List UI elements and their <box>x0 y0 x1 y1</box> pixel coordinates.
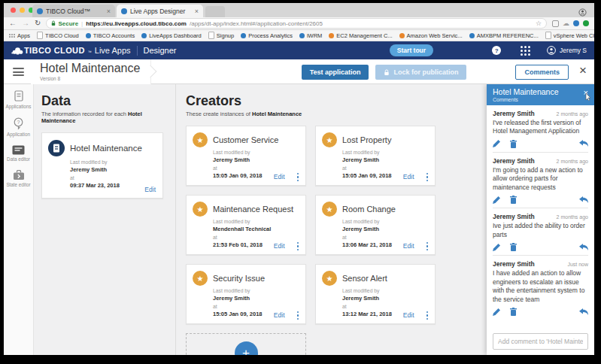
delete-comment-icon[interactable] <box>510 308 517 316</box>
creators-section: Creators These create instances of Hotel… <box>186 93 484 355</box>
edit-link[interactable]: Edit <box>144 186 156 193</box>
help-icon[interactable]: ? <box>492 46 501 55</box>
edit-link[interactable]: Edit <box>403 311 414 319</box>
edit-link[interactable]: Edit <box>274 242 285 250</box>
add-creator-button[interactable]: + <box>235 341 258 355</box>
cloud-extension-icon[interactable]: ☁ <box>563 20 569 27</box>
bookmark-item[interactable]: Signup <box>208 32 234 39</box>
creator-card[interactable]: ★Customer Service Last modified byJeremy… <box>186 126 306 186</box>
test-application-button[interactable]: Test application <box>302 65 369 80</box>
menu-icon[interactable] <box>13 68 24 78</box>
app-switcher-icon[interactable] <box>521 46 530 56</box>
bookmark-item[interactable]: TIBCO Cloud <box>37 32 79 39</box>
delete-comment-icon[interactable] <box>510 243 517 251</box>
user-menu[interactable]: Jeremy S <box>547 46 587 55</box>
bookmark-item[interactable]: Amazon Web Servic... <box>399 32 463 39</box>
reply-comment-icon[interactable] <box>579 308 588 316</box>
page-icon <box>545 32 551 39</box>
rail-item-state-editor[interactable]: State editor <box>4 170 34 187</box>
separator: | <box>81 20 83 27</box>
site-icon <box>86 33 91 38</box>
more-options-icon[interactable] <box>297 173 299 182</box>
creator-star-icon: ★ <box>322 132 337 147</box>
data-card-title: Hotel Maintenance <box>70 144 142 153</box>
tab-tibco-cloud[interactable]: TIBCO Cloud™ × <box>32 5 115 17</box>
delete-comment-icon[interactable] <box>510 196 517 204</box>
add-comment-input[interactable] <box>493 333 588 350</box>
delete-comment-icon[interactable] <box>510 140 517 148</box>
edit-link[interactable]: Edit <box>403 173 414 180</box>
lock-icon <box>384 69 390 76</box>
comments-button[interactable]: Comments <box>515 65 569 80</box>
creator-card[interactable]: ★Security Issue Last modified byJeremy S… <box>186 264 306 324</box>
rail-item-application[interactable]: ? Application <box>4 117 34 137</box>
creator-card[interactable]: ★Sensor Alert Last modified byJeremy Smi… <box>315 264 436 324</box>
edit-comment-icon[interactable] <box>493 140 500 147</box>
bookmark-item[interactable]: AMXBPM REFERENC... <box>469 32 539 39</box>
brand[interactable]: TIBCO CLOUD™ Live Apps <box>24 46 131 55</box>
creator-card[interactable]: ★Maintenance Request Last modified byMen… <box>186 195 306 255</box>
section-divider <box>175 84 176 355</box>
extension-icon[interactable] <box>583 20 589 26</box>
tibco-cloud-header: TIBCO CLOUD™ Live Apps Designer Start to… <box>4 41 594 59</box>
url-path: /apps/dt-app/index.html#/application-con… <box>190 20 323 27</box>
back-icon[interactable]: ← <box>9 20 17 27</box>
reply-comment-icon[interactable] <box>579 140 588 147</box>
tab-live-apps-designer[interactable]: Live Apps Designer × <box>117 5 203 17</box>
minimize-window-button[interactable] <box>20 8 25 13</box>
page-icon <box>208 32 214 39</box>
start-tour-button[interactable]: Start tour <box>390 44 433 56</box>
site-icon <box>241 33 246 38</box>
close-icon[interactable]: × <box>578 62 588 78</box>
edit-link[interactable]: Edit <box>274 311 285 319</box>
creators-heading: Creators <box>186 93 484 109</box>
more-options-icon[interactable] <box>297 311 299 320</box>
bookmark-item[interactable]: Process Analytics <box>241 32 293 39</box>
comments-panel-title: Hotel Maintenance <box>493 87 588 96</box>
bookmark-item[interactable]: EC2 Management C... <box>329 32 392 39</box>
creator-card[interactable]: ★Lost Property Last modified byJeremy Sm… <box>315 126 436 186</box>
state-editor-icon <box>13 170 25 180</box>
secure-badge[interactable]: Secure <box>51 20 78 27</box>
edit-comment-icon[interactable] <box>493 196 500 204</box>
more-options-icon[interactable] <box>426 173 429 182</box>
bookmark-item[interactable]: vSphere Web Client <box>545 32 594 39</box>
address-input[interactable]: Secure | https://eu.liveapps.cloud.tibco… <box>46 18 547 29</box>
add-creator-dropzone[interactable]: + <box>186 333 306 355</box>
comments-panel-subtitle: Comments <box>493 97 588 102</box>
extension-icon[interactable] <box>552 20 559 27</box>
apps-shortcut[interactable]: Apps <box>9 32 30 39</box>
more-options-icon[interactable] <box>297 242 299 251</box>
url-host: https://eu.liveapps.cloud.tibco.com <box>86 20 187 27</box>
site-icon <box>329 33 334 38</box>
lock-for-publication-button[interactable]: Lock for publication <box>375 65 466 80</box>
extension-icon[interactable] <box>573 20 579 26</box>
new-tab-button[interactable] <box>205 6 225 17</box>
bookmark-item[interactable]: TIBCO Accounts <box>86 32 135 39</box>
data-card[interactable]: Hotel Maintenance Last modified by Jerem… <box>41 132 163 199</box>
reply-comment-icon[interactable] <box>579 196 588 204</box>
forward-icon[interactable]: → <box>22 20 29 27</box>
rail-item-applications[interactable]: Applications <box>4 90 34 109</box>
close-window-button[interactable] <box>11 8 16 13</box>
creator-star-icon: ★ <box>322 271 337 286</box>
bookmark-item[interactable]: iWRM <box>299 32 322 39</box>
edit-link[interactable]: Edit <box>403 242 414 250</box>
reload-icon[interactable]: ↻ <box>35 20 41 27</box>
creator-card[interactable]: ★Room Change Last modified byJeremy Smit… <box>315 195 436 255</box>
modified-date: 09:37 Mar 23, 2018 <box>70 182 156 190</box>
more-options-icon[interactable] <box>426 242 429 251</box>
edit-link[interactable]: Edit <box>274 173 285 180</box>
data-record-icon <box>48 140 65 156</box>
edit-comment-icon[interactable] <box>493 308 500 316</box>
comment-item: Jeremy Smith2 months ago I've released t… <box>493 105 588 153</box>
more-options-icon[interactable] <box>426 311 429 320</box>
edit-comment-icon[interactable] <box>493 244 500 251</box>
rail-item-data-editor[interactable]: Data editor <box>4 145 34 162</box>
comment-item: Jeremy SmithJust now I have added an act… <box>493 256 588 320</box>
reply-comment-icon[interactable] <box>579 244 588 251</box>
tab-close-icon[interactable]: × <box>195 8 199 15</box>
tab-close-icon[interactable]: × <box>107 8 111 15</box>
bookmark-item[interactable]: LiveApps Dashboard <box>141 32 202 39</box>
bookmark-star-icon[interactable]: ☆ <box>536 20 542 27</box>
